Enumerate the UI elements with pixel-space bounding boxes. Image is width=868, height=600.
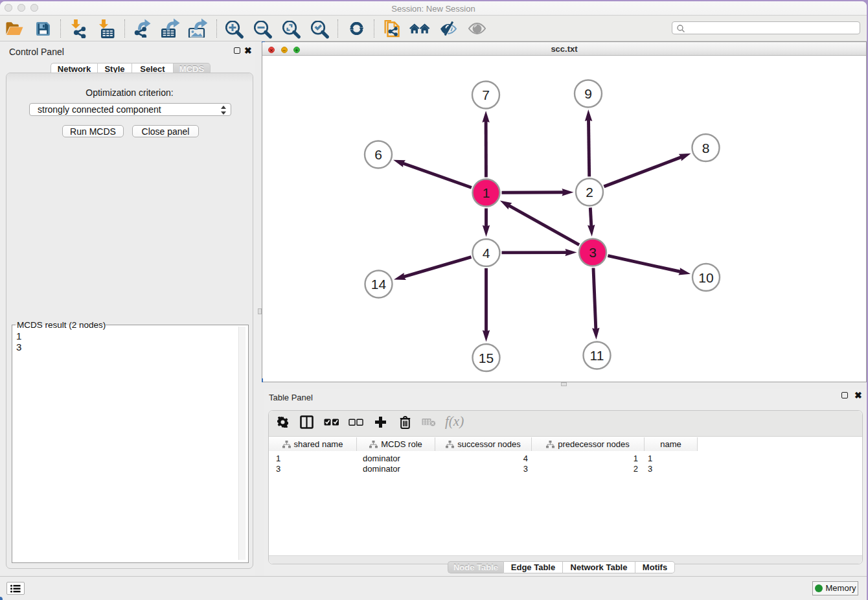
svg-text:11: 11 xyxy=(590,348,604,363)
svg-text:14: 14 xyxy=(371,277,387,292)
svg-text:8: 8 xyxy=(702,141,710,156)
svg-text:15: 15 xyxy=(479,351,494,365)
svg-text:9: 9 xyxy=(584,86,592,101)
svg-text:3: 3 xyxy=(589,245,597,260)
svg-text:6: 6 xyxy=(374,147,382,162)
svg-text:1: 1 xyxy=(483,185,490,200)
svg-text:4: 4 xyxy=(483,246,490,260)
svg-text:7: 7 xyxy=(482,87,490,102)
svg-text:2: 2 xyxy=(586,185,593,200)
svg-text:10: 10 xyxy=(698,270,713,285)
